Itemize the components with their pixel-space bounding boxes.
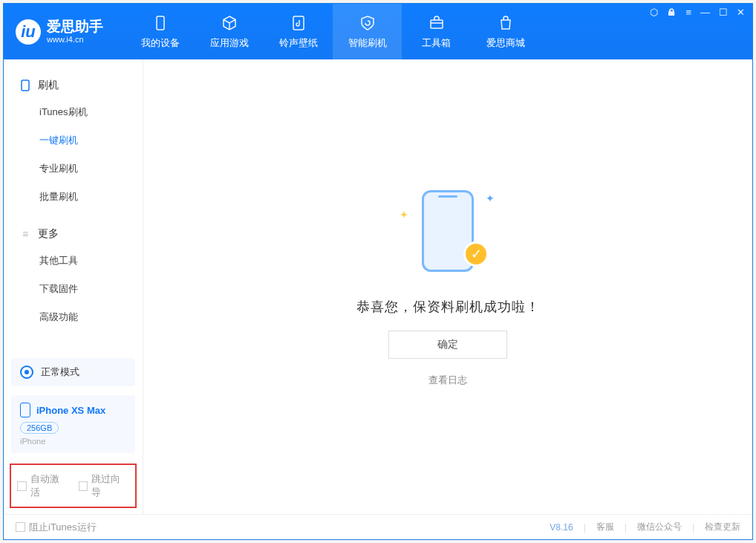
minimize-button[interactable]: — bbox=[700, 7, 710, 18]
svg-rect-0 bbox=[157, 16, 164, 30]
svg-rect-1 bbox=[293, 16, 304, 30]
bag-icon bbox=[497, 14, 515, 32]
app-name: 爱思助手 bbox=[47, 19, 103, 35]
view-log-link[interactable]: 查看日志 bbox=[428, 374, 467, 387]
list-icon: ≡ bbox=[20, 229, 30, 239]
checkbox-skip-wizard[interactable]: 跳过向导 bbox=[79, 472, 130, 499]
tab-store[interactable]: 爱思商城 bbox=[471, 4, 540, 59]
tab-label: 爱思商城 bbox=[486, 36, 525, 50]
maximize-button[interactable]: ☐ bbox=[719, 7, 728, 18]
header: iu 爱思助手 www.i4.cn 我的设备 应用游戏 铃声壁纸 智能刷机 bbox=[4, 4, 752, 59]
checkbox-auto-activate[interactable]: 自动激活 bbox=[17, 472, 68, 499]
mode-icon bbox=[20, 365, 33, 379]
device-card[interactable]: iPhone XS Max 256GB iPhone bbox=[11, 395, 135, 453]
tab-label: 工具箱 bbox=[422, 36, 451, 50]
svg-rect-4 bbox=[22, 80, 29, 91]
app-url: www.i4.cn bbox=[47, 35, 103, 44]
user-icon bbox=[726, 513, 736, 523]
svg-rect-2 bbox=[431, 20, 443, 28]
tab-ringtone-wallpaper[interactable]: 铃声壁纸 bbox=[264, 4, 333, 59]
tab-toolbox[interactable]: 工具箱 bbox=[402, 4, 471, 59]
sidebar-item-other-tools[interactable]: 其他工具 bbox=[4, 247, 143, 275]
sidebar-item-download-firmware[interactable]: 下载固件 bbox=[4, 275, 143, 303]
main-content: ✦ ✦ ✓ 恭喜您，保资料刷机成功啦！ 确定 查看日志 bbox=[143, 59, 752, 514]
tab-label: 我的设备 bbox=[141, 36, 180, 50]
phone-small-icon bbox=[20, 80, 30, 91]
ok-button[interactable]: 确定 bbox=[388, 331, 507, 359]
tab-apps-games[interactable]: 应用游戏 bbox=[195, 4, 264, 59]
sidebar-item-batch-flash[interactable]: 批量刷机 bbox=[4, 183, 143, 211]
tab-label: 应用游戏 bbox=[210, 36, 249, 50]
sidebar-item-itunes-flash[interactable]: iTunes刷机 bbox=[4, 98, 143, 126]
version-label: V8.16 bbox=[550, 522, 573, 533]
music-file-icon bbox=[290, 14, 307, 32]
footer-support-link[interactable]: 客服 bbox=[596, 521, 614, 533]
sidebar-section-more: ≡ 更多 bbox=[4, 221, 143, 247]
sidebar-item-advanced[interactable]: 高级功能 bbox=[4, 303, 143, 331]
logo-icon: iu bbox=[16, 19, 41, 45]
main-tabs: 我的设备 应用游戏 铃声壁纸 智能刷机 工具箱 爱思商城 bbox=[126, 4, 540, 59]
body: 刷机 iTunes刷机 一键刷机 专业刷机 批量刷机 ≡ 更多 其他工具 下载固… bbox=[4, 59, 752, 514]
window-controls-top: ⬡ 🔒︎ ≡ — ☐ ✕ bbox=[650, 7, 745, 18]
options-highlighted: 自动激活 跳过向导 bbox=[10, 464, 137, 508]
mode-label: 正常模式 bbox=[41, 365, 79, 379]
tab-smart-flash[interactable]: 智能刷机 bbox=[333, 4, 402, 59]
sidebar: 刷机 iTunes刷机 一键刷机 专业刷机 批量刷机 ≡ 更多 其他工具 下载固… bbox=[4, 59, 143, 514]
checkbox-block-itunes[interactable]: 阻止iTunes运行 bbox=[16, 521, 97, 534]
sidebar-item-oneclick-flash[interactable]: 一键刷机 bbox=[4, 126, 143, 155]
sidebar-item-pro-flash[interactable]: 专业刷机 bbox=[4, 155, 143, 183]
shield-refresh-icon bbox=[359, 14, 377, 32]
toolbox-icon bbox=[428, 14, 446, 32]
tab-my-device[interactable]: 我的设备 bbox=[126, 4, 195, 59]
lock-icon[interactable]: 🔒︎ bbox=[667, 7, 677, 18]
device-icon bbox=[20, 403, 30, 417]
tab-label: 铃声壁纸 bbox=[279, 36, 318, 50]
tab-label: 智能刷机 bbox=[348, 36, 387, 50]
device-capacity: 256GB bbox=[20, 422, 59, 434]
sparkle-icon: ✦ bbox=[486, 192, 495, 204]
sparkle-icon: ✦ bbox=[400, 209, 408, 221]
cube-icon bbox=[221, 14, 238, 32]
success-illustration: ✦ ✦ ✓ bbox=[400, 186, 496, 283]
logo: iu 爱思助手 www.i4.cn bbox=[16, 19, 103, 45]
app-window: iu 爱思助手 www.i4.cn 我的设备 应用游戏 铃声壁纸 智能刷机 bbox=[3, 3, 753, 540]
svg-point-3 bbox=[729, 516, 732, 518]
success-message: 恭喜您，保资料刷机成功啦！ bbox=[356, 298, 540, 316]
footer-wechat-link[interactable]: 微信公众号 bbox=[637, 521, 682, 533]
device-type: iPhone bbox=[20, 437, 126, 446]
menu-icon[interactable]: ≡ bbox=[685, 7, 691, 18]
close-button[interactable]: ✕ bbox=[737, 7, 745, 18]
device-name: iPhone XS Max bbox=[36, 405, 105, 416]
sidebar-section-flash: 刷机 bbox=[4, 73, 143, 98]
checkmark-badge-icon: ✓ bbox=[463, 241, 489, 267]
footer: 阻止iTunes运行 V8.16 | 客服 | 微信公众号 | 检查更新 bbox=[4, 514, 752, 539]
mode-card[interactable]: 正常模式 bbox=[11, 358, 135, 386]
shirt-icon[interactable]: ⬡ bbox=[650, 7, 658, 18]
phone-icon bbox=[151, 14, 169, 32]
